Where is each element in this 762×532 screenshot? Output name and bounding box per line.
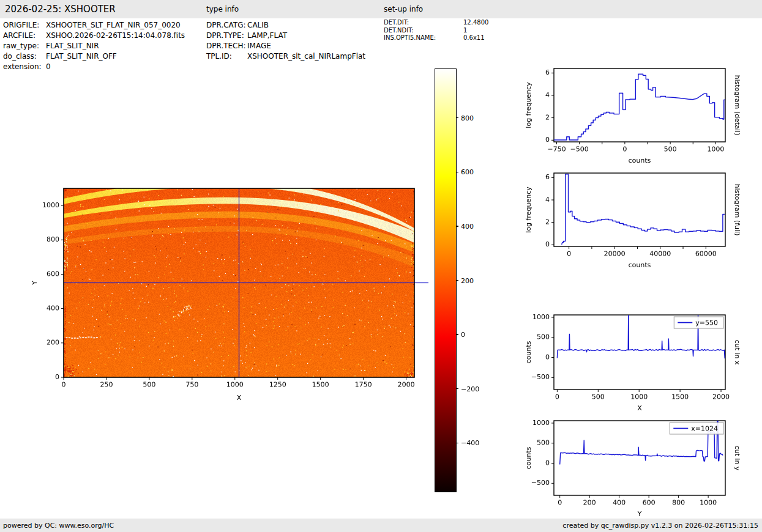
metadata-value: XSHOOTER_slt_cal_NIRLampFlat [247, 52, 365, 61]
metadata-value: XSHOO.2026-02-26T15:14:04.078.fits [46, 31, 185, 40]
metadata-value: 0 [46, 62, 51, 71]
colorbar-tick-label: −400 [461, 439, 479, 447]
colorbar-tick-label: 800 [461, 114, 474, 122]
header-bar: 2026-02-25: XSHOOTER type info set-up in… [0, 0, 762, 18]
type-info-block: DPR.CATG:CALIB DPR.TYPE:LAMP,FLAT DPR.TE… [206, 20, 365, 62]
colorbar-tick-label: 400 [461, 222, 474, 230]
cut-in-x-canvas [520, 308, 762, 421]
metadata-label: DET.NDIT: [384, 27, 463, 35]
colorbar-tick [456, 280, 458, 281]
metadata-value: IMAGE [247, 42, 271, 50]
metadata-label: TPL.ID: [206, 51, 247, 62]
colorbar-tick [456, 226, 458, 227]
metadata-row: DPR.CATG:CALIB [206, 20, 365, 31]
metadata-label: extension: [3, 62, 46, 72]
cut-in-y-canvas [520, 413, 762, 526]
metadata-row: DPR.TYPE:LAMP,FLAT [206, 31, 365, 41]
metadata-row: TPL.ID:XSHOOTER_slt_cal_NIRLampFlat [206, 51, 365, 62]
setup-info-block: DET.DIT:12.4800 DET.NDIT:1 INS.OPTI5.NAM… [384, 19, 488, 42]
colorbar-tick [456, 172, 458, 173]
metadata-row: raw_type:FLAT_SLIT_NIR [3, 41, 185, 51]
metadata-row: DET.DIT:12.4800 [384, 19, 488, 27]
colorbar-tick [456, 388, 458, 390]
qc-rawdisp-page: 2026-02-25: XSHOOTER type info set-up in… [0, 0, 762, 532]
metadata-value: CALIB [247, 21, 269, 29]
metadata-label: ARCFILE: [3, 31, 46, 41]
colorbar-tick-label: 600 [461, 168, 474, 176]
detector-image-canvas [24, 177, 447, 413]
metadata-label: ORIGFILE: [3, 20, 46, 31]
colorbar-tick [456, 443, 458, 444]
metadata-label: INS.OPTI5.NAME: [384, 34, 463, 42]
colorbar-tick-label: −200 [461, 385, 479, 393]
file-info-block: ORIGFILE:XSHOOTER_SLT_FLAT_NIR_057_0020 … [3, 20, 185, 72]
setup-info-header: set-up info [384, 5, 423, 13]
metadata-row: DPR.TECH:IMAGE [206, 41, 365, 51]
metadata-value: FLAT_SLIT_NIR [46, 42, 99, 50]
metadata-row: ARCFILE:XSHOO.2026-02-26T15:14:04.078.fi… [3, 31, 185, 41]
metadata-row: extension:0 [3, 62, 185, 72]
metadata-label: DPR.TYPE: [206, 31, 247, 41]
footer-left-text: powered by QC: www.eso.org/HC [3, 522, 114, 530]
colorbar-tick [456, 117, 458, 119]
metadata-value: 0.6x11 [463, 34, 485, 41]
footer-bar: powered by QC: www.eso.org/HC created by… [0, 519, 762, 532]
metadata-value: FLAT_SLIT_NIR_OFF [46, 52, 117, 61]
metadata-label: raw_type: [3, 41, 46, 51]
metadata-value: XSHOOTER_SLT_FLAT_NIR_057_0020 [46, 21, 181, 29]
metadata-value: 12.4800 [463, 19, 488, 26]
histogram-full-canvas [520, 166, 762, 279]
footer-right-text: created by qc_rawdisp.py v1.2.3 on 2026-… [562, 522, 758, 530]
colorbar: 8006004002000−200−400 [435, 68, 457, 492]
metadata-row: DET.NDIT:1 [384, 27, 488, 35]
metadata-label: do_class: [3, 51, 46, 62]
metadata-row: ORIGFILE:XSHOOTER_SLT_FLAT_NIR_057_0020 [3, 20, 185, 31]
metadata-label: DPR.TECH: [206, 41, 247, 51]
metadata-label: DPR.CATG: [206, 20, 247, 31]
histogram-detail-canvas [520, 61, 762, 174]
metadata-value: 1 [463, 27, 467, 34]
metadata-value: LAMP,FLAT [247, 31, 287, 40]
metadata-label: DET.DIT: [384, 19, 463, 27]
colorbar-tick-label: 200 [461, 276, 474, 284]
page-title: 2026-02-25: XSHOOTER [5, 4, 116, 15]
metadata-row: INS.OPTI5.NAME:0.6x11 [384, 34, 488, 42]
colorbar-tick-label: 0 [461, 331, 465, 339]
type-info-header: type info [206, 5, 239, 13]
colorbar-tick [456, 334, 458, 335]
metadata-row: do_class:FLAT_SLIT_NIR_OFF [3, 51, 185, 62]
